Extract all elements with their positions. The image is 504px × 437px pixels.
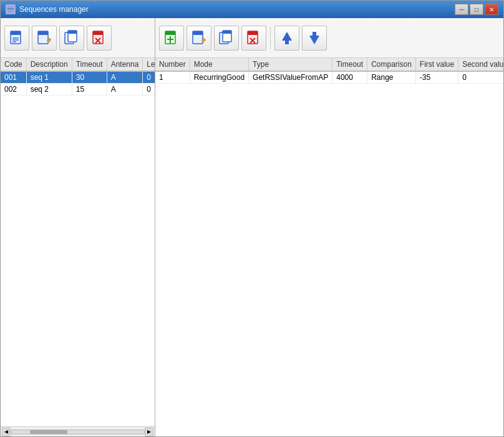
svg-rect-18 bbox=[165, 31, 175, 35]
svg-rect-0 bbox=[7, 6, 14, 12]
svg-rect-25 bbox=[223, 31, 231, 34]
col-header-mode: Mode bbox=[190, 58, 248, 71]
move-down-button[interactable] bbox=[302, 26, 327, 51]
new-sequence-button[interactable] bbox=[4, 26, 29, 51]
svg-rect-8 bbox=[38, 31, 48, 35]
delete-condition-button[interactable] bbox=[241, 26, 266, 51]
col-header-first-value: First value bbox=[415, 58, 458, 71]
edit-condition-button[interactable] bbox=[187, 26, 211, 51]
main-window: Sequences manager ─ □ ✕ bbox=[0, 0, 504, 437]
col-header-comparison: Comparison bbox=[367, 58, 416, 71]
svg-marker-32 bbox=[309, 36, 319, 44]
main-content: Code Description Timeout Antenna Led 001… bbox=[1, 18, 503, 436]
delete-sequence-button[interactable] bbox=[87, 26, 112, 51]
left-panel: Code Description Timeout Antenna Led 001… bbox=[1, 18, 155, 436]
window-icon bbox=[6, 4, 16, 14]
svg-rect-31 bbox=[285, 41, 289, 44]
move-up-button[interactable] bbox=[274, 26, 299, 51]
add-condition-button[interactable] bbox=[159, 26, 184, 51]
right-table-container[interactable]: Number Mode Type Timeout Comparison Firs… bbox=[155, 58, 503, 436]
edit-sequence-button[interactable] bbox=[32, 26, 57, 51]
close-button[interactable]: ✕ bbox=[485, 4, 498, 15]
svg-marker-30 bbox=[282, 32, 292, 41]
table-row[interactable]: 1RecurringGoodGetRSSIValueFromAP4000Rang… bbox=[155, 71, 503, 84]
col-header-second-value: Second value bbox=[458, 58, 503, 71]
svg-rect-33 bbox=[313, 32, 316, 36]
svg-rect-14 bbox=[93, 31, 103, 35]
maximize-button[interactable]: □ bbox=[470, 4, 483, 15]
left-scroll-track[interactable] bbox=[11, 430, 145, 435]
minimize-button[interactable]: ─ bbox=[455, 4, 468, 15]
table-row[interactable]: 002seq 215A0 bbox=[1, 84, 155, 96]
left-scrollbar[interactable]: ◀ ▶ bbox=[1, 426, 155, 436]
col-header-timeout: Timeout bbox=[332, 58, 367, 71]
right-panel: Number Mode Type Timeout Comparison Firs… bbox=[155, 18, 503, 436]
scroll-right-arrow[interactable]: ▶ bbox=[145, 428, 153, 436]
copy-condition-button[interactable] bbox=[214, 26, 239, 51]
col-header-type: Type bbox=[249, 58, 332, 71]
table-row[interactable]: 001seq 130A0 bbox=[1, 71, 155, 84]
title-bar: Sequences manager ─ □ ✕ bbox=[1, 1, 503, 18]
svg-rect-27 bbox=[248, 31, 258, 35]
svg-rect-3 bbox=[11, 31, 21, 35]
col-header-description: Description bbox=[26, 58, 72, 71]
window-title: Sequences manager bbox=[19, 5, 89, 14]
sequences-table: Code Description Timeout Antenna Led 001… bbox=[1, 58, 155, 96]
right-toolbar bbox=[155, 18, 503, 58]
scroll-left-arrow[interactable]: ◀ bbox=[2, 428, 11, 436]
toolbar-separator bbox=[270, 27, 271, 49]
col-header-led: Led bbox=[143, 58, 155, 71]
col-header-number: Number bbox=[155, 58, 190, 71]
svg-rect-22 bbox=[193, 31, 203, 35]
left-table-container[interactable]: Code Description Timeout Antenna Led 001… bbox=[1, 58, 155, 426]
svg-rect-12 bbox=[68, 31, 77, 34]
window-controls: ─ □ ✕ bbox=[455, 4, 498, 15]
conditions-table: Number Mode Type Timeout Comparison Firs… bbox=[155, 58, 503, 84]
copy-sequence-button[interactable] bbox=[59, 26, 84, 51]
col-header-timeout: Timeout bbox=[72, 58, 107, 71]
left-toolbar bbox=[1, 18, 155, 58]
col-header-antenna: Antenna bbox=[107, 58, 143, 71]
left-scroll-thumb[interactable] bbox=[30, 430, 67, 434]
col-header-code: Code bbox=[1, 58, 26, 71]
